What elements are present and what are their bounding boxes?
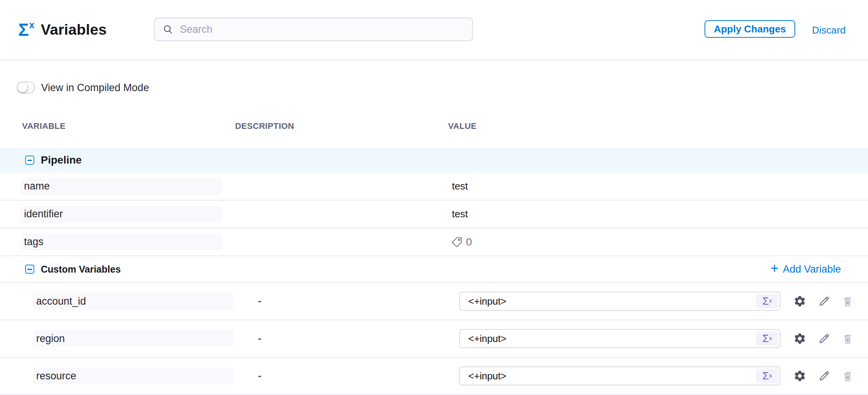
variable-name-chip: name [21,178,222,195]
edit-icon[interactable] [818,295,830,308]
row-actions [793,369,854,382]
page-header: Σx Variables Apply Changes Discard [0,0,868,60]
sigma-sup-glyph: x [769,297,772,304]
variable-description: - [258,333,261,345]
discard-button[interactable]: Discard [812,0,846,60]
sigma-sup-glyph: x [769,372,772,379]
tag-count: 0 [466,236,472,248]
runtime-input-type-icon[interactable]: Σx [756,331,778,346]
gear-icon[interactable] [793,332,806,345]
runtime-input-value: <+input> [460,370,506,382]
toggle-knob-icon [18,82,27,92]
section-row-custom-variables: Custom Variables+Add Variable [0,256,868,283]
variable-name-chip: resource [33,368,234,384]
row-actions [793,295,854,308]
value-text: test [448,208,468,220]
row-actions [793,332,854,345]
delete-icon[interactable] [842,295,854,307]
edit-icon[interactable] [818,332,830,345]
value-input[interactable]: <+input>Σx [459,329,780,348]
sigma-sup-glyph: x [29,19,35,30]
variable-value-cell: test [448,201,854,228]
runtime-input-value: <+input> [460,333,506,345]
value-input[interactable]: <+input>Σx [459,366,780,385]
compiled-mode-toggle[interactable] [17,82,35,93]
sigma-glyph: Σ [18,20,29,40]
column-header-value: VALUE [448,121,477,131]
add-variable-label: Add Variable [783,263,841,275]
apply-changes-button[interactable]: Apply Changes [705,20,795,38]
tags-value: 0 [448,236,472,248]
table-row-identifier: identifiertest [0,201,868,228]
tags-icon [451,236,463,248]
sigma-glyph: Σ [762,333,769,345]
variable-value-cell: 0 [448,228,854,255]
column-header-description: DESCRIPTION [235,121,294,131]
compiled-mode-label: View in Compiled Mode [41,82,149,94]
search-input[interactable] [179,23,446,36]
variable-name-chip: identifier [21,206,222,223]
variable-name-chip: region [33,330,234,347]
variable-name-chip: tags [21,234,222,250]
section-row-pipeline: Pipeline [0,148,868,173]
page-title: Variables [41,21,107,38]
variable-value-cell: <+input>Σx [448,283,854,320]
table-row-resource: resource-<+input>Σx [0,358,868,395]
variable-description: - [258,370,261,382]
gear-icon[interactable] [793,295,806,308]
runtime-input-type-icon[interactable]: Σx [756,294,778,308]
collapse-minus-icon[interactable] [25,265,34,274]
sigma-sup-glyph: x [769,335,772,341]
sigma-glyph: Σ [762,370,769,382]
variable-value-cell: <+input>Σx [448,320,854,357]
section-title-pipeline: Pipeline [41,154,82,166]
table-row-name: nametest [0,173,868,201]
table-row-region: region-<+input>Σx [0,320,868,358]
search-icon [162,24,174,35]
runtime-input-value: <+input> [460,295,506,307]
value-input[interactable]: <+input>Σx [459,292,780,311]
runtime-input-type-icon[interactable]: Σx [756,369,778,383]
compiled-mode-row: View in Compiled Mode [0,82,868,94]
section-title-custom-variables: Custom Variables [41,264,121,275]
edit-icon[interactable] [818,370,830,382]
table-row-tags: tags0 [0,228,868,256]
plus-icon: + [770,262,778,275]
value-text: test [448,180,468,192]
delete-icon[interactable] [842,370,854,382]
variable-name-chip: account_id [33,293,234,310]
table-column-headers: VARIABLE DESCRIPTION VALUE [0,121,868,133]
column-header-variable: VARIABLE [22,121,66,131]
table-row-account_id: account_id-<+input>Σx [0,283,868,320]
delete-icon[interactable] [842,333,854,345]
search-box[interactable] [154,18,473,41]
sigma-glyph: Σ [762,295,769,307]
variables-table: Pipelinenametestidentifiertesttags0Custo… [0,148,868,395]
collapse-minus-icon[interactable] [25,156,34,165]
variable-description: - [258,295,261,307]
gear-icon[interactable] [793,369,806,382]
add-variable-button[interactable]: +Add Variable [770,263,841,275]
variable-value-cell: test [448,173,854,200]
variable-value-cell: <+input>Σx [448,358,854,394]
variables-sigma-logo-icon: Σx [18,21,34,39]
